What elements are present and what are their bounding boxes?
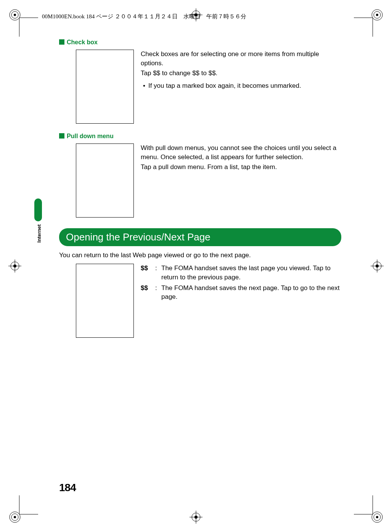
square-bullet-icon [59, 39, 64, 45]
svg-point-27 [376, 264, 379, 268]
svg-point-11 [376, 516, 378, 518]
section-intro: You can return to the last Web page view… [59, 251, 341, 259]
page-number: 184 [59, 482, 76, 494]
pulldown-block: With pull down menus, you cannot see the… [76, 143, 341, 218]
body-text: Tap a pull down menu. From a list, tap t… [141, 163, 341, 172]
body-text: With pull down menus, you cannot see the… [141, 143, 341, 162]
subheading-pulldown: Pull down menu [59, 133, 341, 140]
checkbox-text: Check boxes are for selecting one or mor… [141, 50, 341, 124]
svg-point-19 [194, 516, 198, 519]
definition-row: $$ : The FOMA handset saves the next pag… [141, 284, 341, 302]
colon: : [155, 284, 161, 302]
svg-point-5 [376, 14, 378, 16]
prevnext-block: $$ : The FOMA handset saves the last pag… [76, 264, 341, 338]
side-tab [34, 198, 42, 221]
svg-point-2 [14, 14, 16, 16]
colon: : [155, 264, 161, 282]
image-placeholder [76, 264, 134, 338]
registration-mark-icon [371, 260, 384, 272]
registration-mark-icon [8, 260, 21, 272]
bullet-text: If you tap a marked box again, it become… [141, 81, 341, 90]
pulldown-text: With pull down menus, you cannot see the… [141, 143, 341, 218]
section-heading-wrap: Opening the Previous/Next Page [59, 228, 341, 246]
definition-row: $$ : The FOMA handset saves the last pag… [141, 264, 341, 282]
image-placeholder [76, 143, 134, 218]
checkbox-block: Check boxes are for selecting one or mor… [76, 50, 341, 124]
registration-mark-icon [190, 511, 202, 524]
image-placeholder [76, 50, 134, 124]
registration-mark-icon [8, 8, 21, 21]
square-bullet-icon [59, 133, 64, 139]
page-content: Internet Check box Check boxes are for s… [44, 34, 341, 347]
definition-value: The FOMA handset saves the last page you… [161, 264, 341, 282]
registration-mark-icon [371, 8, 384, 21]
subheading-checkbox: Check box [59, 39, 341, 46]
definition-key: $$ [141, 284, 155, 302]
definition-value: The FOMA handset saves the next page. Ta… [161, 284, 341, 302]
svg-point-8 [14, 516, 16, 518]
svg-point-23 [13, 264, 16, 268]
prevnext-definitions: $$ : The FOMA handset saves the last pag… [141, 264, 341, 338]
registration-mark-icon [371, 511, 384, 524]
body-text: Tap $$ to change $$ to $$. [141, 69, 341, 78]
subheading-text: Pull down menu [67, 133, 114, 139]
section-heading: Opening the Previous/Next Page [59, 228, 341, 246]
print-header: 00M1000EN.book 184 ページ ２００４年１１月２４日 水曜日 午… [42, 13, 246, 20]
subheading-text: Check box [67, 39, 98, 45]
registration-mark-icon [8, 511, 21, 524]
side-tab-label: Internet [36, 224, 42, 243]
body-text: Check boxes are for selecting one or mor… [141, 50, 341, 68]
definition-key: $$ [141, 264, 155, 282]
